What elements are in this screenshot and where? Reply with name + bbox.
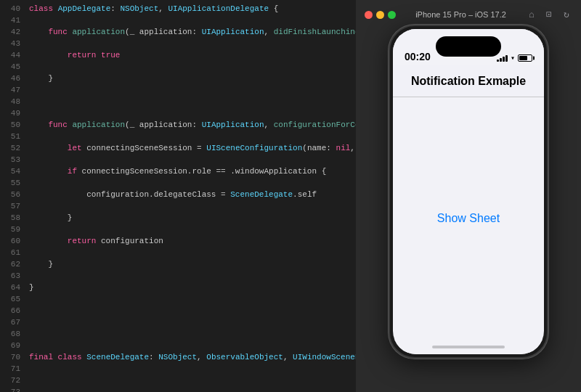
code-editor: 4041424344 4546474849 5051525354 5556575… — [0, 0, 356, 392]
iphone-screen: 00:20 ▾ Notification Exmaple — [393, 29, 544, 354]
nav-bar: Notification Exmaple — [393, 65, 544, 97]
signal-bar-1 — [497, 60, 499, 62]
line-numbers: 4041424344 4546474849 5051525354 5556575… — [0, 0, 23, 392]
signal-bar-3 — [503, 57, 505, 62]
wifi-icon: ▾ — [511, 54, 515, 62]
simulator-titlebar: iPhone 15 Pro – iOS 17.2 ⌂ ⊡ ↻ — [356, 6, 581, 25]
traffic-lights — [365, 11, 396, 19]
traffic-light-red[interactable] — [365, 11, 373, 19]
home-icon[interactable]: ⌂ — [526, 9, 537, 20]
volume-up-button[interactable] — [389, 105, 390, 125]
simulator-panel: iPhone 15 Pro – iOS 17.2 ⌂ ⊡ ↻ 00:20 — [356, 0, 581, 392]
show-sheet-button[interactable]: Show Sheet — [437, 212, 500, 225]
volume-down-button[interactable] — [389, 131, 390, 151]
home-indicator — [393, 340, 544, 354]
signal-bar-2 — [500, 58, 502, 62]
nav-title: Notification Exmaple — [411, 75, 526, 88]
signal-bar-4 — [505, 55, 508, 62]
traffic-light-yellow[interactable] — [376, 11, 384, 19]
code-text: class AppDelegate: NSObject, UIApplicati… — [23, 0, 356, 392]
battery-icon — [518, 54, 532, 62]
app-content-area: Show Sheet — [393, 97, 544, 340]
status-icons: ▾ — [497, 54, 532, 62]
screenshot-icon[interactable]: ⊡ — [543, 9, 555, 20]
sim-toolbar: ⌂ ⊡ ↻ — [526, 9, 572, 20]
battery-fill — [519, 56, 527, 60]
iphone-device: 00:20 ▾ Notification Exmaple — [389, 25, 548, 359]
rotate-icon[interactable]: ↻ — [561, 9, 572, 20]
simulator-title: iPhone 15 Pro – iOS 17.2 — [415, 10, 506, 19]
signal-bars — [497, 54, 508, 62]
power-button[interactable] — [547, 105, 548, 135]
traffic-light-green[interactable] — [388, 11, 396, 19]
home-bar — [432, 346, 505, 348]
dynamic-island — [436, 36, 501, 57]
